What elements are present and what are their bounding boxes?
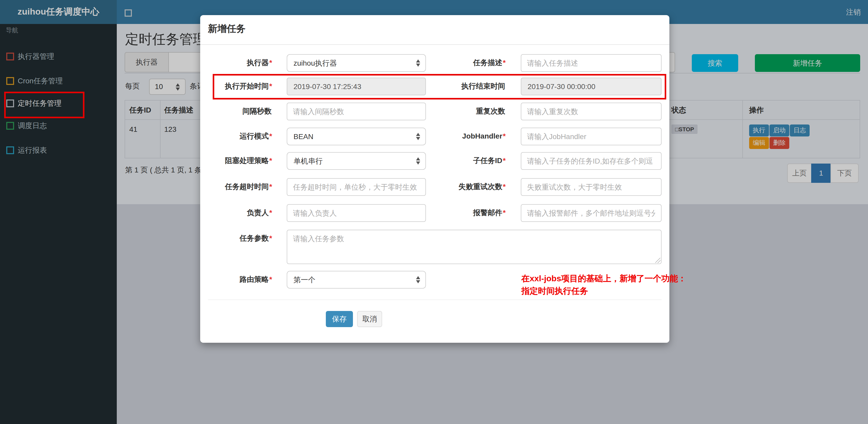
field-label-route-strategy: 路由策略* xyxy=(208,275,272,284)
modal-header-divider xyxy=(200,44,670,45)
field-label-repeat-count: 重复次数 xyxy=(438,107,506,116)
end-time-input[interactable]: 2019-07-30 00:00:00 xyxy=(521,77,661,95)
select-arrows-icon xyxy=(416,132,421,141)
note-line-2: 指定时间执行任务 xyxy=(521,286,588,297)
field-label-timeout: 任务超时时间* xyxy=(208,182,272,192)
note-line-1: 在xxl-jobs项目的基础上，新增了一个功能： xyxy=(521,273,686,284)
select-arrows-icon xyxy=(416,275,421,284)
app-root: zuihou任务调度中心 注销 导航 执行器管理 Cron任务管理 定时任务管理… xyxy=(0,0,868,424)
field-label-alarm-email: 报警邮件* xyxy=(438,208,506,218)
field-label-interval: 间隔秒数 xyxy=(208,107,272,116)
repeat-count-input[interactable] xyxy=(521,103,661,120)
timeout-input[interactable] xyxy=(287,178,426,196)
cancel-button[interactable]: 取消 xyxy=(357,311,382,327)
save-button[interactable]: 保存 xyxy=(326,311,353,327)
field-label-start-time: 执行开始时间* xyxy=(208,82,272,91)
child-job-id-input[interactable] xyxy=(521,152,661,170)
owner-input[interactable] xyxy=(287,204,426,222)
field-label-fail-retry: 失败重试次数* xyxy=(438,182,506,192)
field-label-owner: 负责人* xyxy=(208,208,272,218)
run-mode-select[interactable]: BEAN xyxy=(287,128,426,145)
select-arrows-icon xyxy=(416,157,421,165)
field-label-end-time: 执行结束时间 xyxy=(438,82,506,91)
job-param-textarea[interactable] xyxy=(287,230,661,264)
field-label-job-desc: 任务描述* xyxy=(438,58,506,68)
alarm-email-input[interactable] xyxy=(521,204,661,222)
interval-input[interactable] xyxy=(287,103,426,120)
modal-footer-divider xyxy=(208,299,661,300)
start-time-input[interactable]: 2019-07-30 17:25:43 xyxy=(287,77,426,95)
route-strategy-select[interactable]: 第一个 xyxy=(287,271,426,289)
executor-select[interactable]: zuihou执行器 xyxy=(287,54,426,72)
select-arrows-icon xyxy=(416,59,421,67)
field-label-executor: 执行器* xyxy=(208,58,272,68)
block-strategy-select[interactable]: 单机串行 xyxy=(287,152,426,170)
fail-retry-input[interactable] xyxy=(521,178,661,196)
field-label-block-strategy: 阻塞处理策略* xyxy=(208,156,272,166)
field-label-run-mode: 运行模式* xyxy=(208,132,272,141)
resize-grip-icon[interactable] xyxy=(655,258,660,263)
job-handler-input[interactable] xyxy=(521,128,661,145)
job-desc-input[interactable] xyxy=(521,54,661,72)
field-label-job-handler: JobHandler* xyxy=(438,132,506,140)
field-label-job-param: 任务参数* xyxy=(208,234,272,243)
add-task-modal: 新增任务 执行器* zuihou执行器 任务描述* 执行开始时间* 2019-0… xyxy=(200,15,670,343)
field-label-child-job-id: 子任务ID* xyxy=(438,156,506,166)
modal-title: 新增任务 xyxy=(208,23,246,35)
